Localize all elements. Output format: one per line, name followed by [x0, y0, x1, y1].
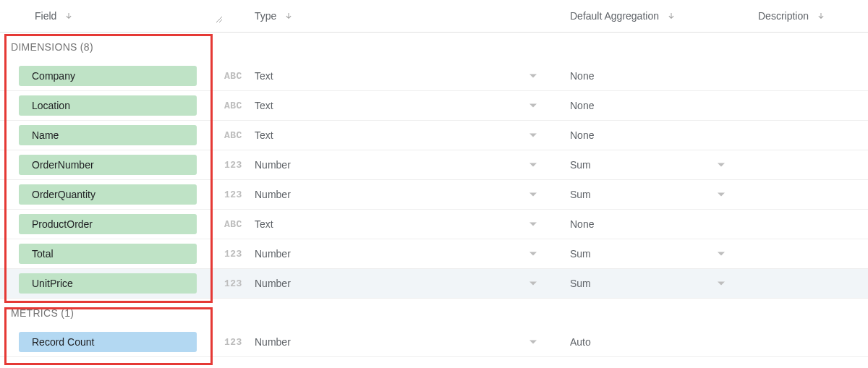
chevron-down-icon[interactable]: [529, 252, 537, 256]
aggregation-cell[interactable]: Sum: [557, 278, 745, 289]
table-row[interactable]: LocationABCTextNone: [0, 91, 868, 121]
resize-handle-icon[interactable]: [214, 14, 223, 23]
field-chip[interactable]: Name: [19, 125, 197, 145]
table-row[interactable]: Record Count123NumberAuto: [0, 328, 868, 357]
type-cell[interactable]: 123Number: [224, 248, 557, 260]
aggregation-cell: None: [557, 218, 745, 230]
group-header-dimensions: DIMENSIONS (8): [0, 33, 868, 61]
header-type[interactable]: Type: [224, 10, 557, 22]
field-cell: Location: [0, 95, 224, 116]
field-chip[interactable]: UnitPrice: [19, 273, 197, 294]
number-type-icon: 123: [224, 337, 255, 348]
chevron-down-icon[interactable]: [529, 134, 537, 137]
table-row[interactable]: OrderNumber123NumberSum: [0, 150, 868, 180]
aggregation-cell: None: [557, 129, 745, 141]
type-label: Text: [255, 218, 273, 230]
type-cell[interactable]: ABCText: [224, 100, 557, 111]
aggregation-cell: None: [557, 70, 745, 82]
chevron-down-icon[interactable]: [529, 163, 537, 167]
header-label-field: Field: [35, 10, 56, 22]
type-cell[interactable]: ABCText: [224, 70, 557, 82]
chevron-down-icon[interactable]: [529, 104, 537, 108]
type-cell[interactable]: ABCText: [224, 218, 557, 230]
header-label-type: Type: [255, 10, 276, 22]
number-type-icon: 123: [224, 160, 255, 171]
chevron-down-icon[interactable]: [529, 223, 537, 226]
header-label-desc: Description: [758, 10, 809, 22]
table-row[interactable]: ProductOrderABCTextNone: [0, 210, 868, 239]
aggregation-cell[interactable]: Sum: [557, 248, 745, 260]
chevron-down-icon[interactable]: [529, 193, 537, 197]
sort-arrow-icon[interactable]: [816, 11, 826, 21]
field-cell: ProductOrder: [0, 214, 224, 234]
group-label: METRICS (1): [11, 307, 74, 319]
header-field[interactable]: Field: [0, 10, 224, 22]
chevron-down-icon[interactable]: [529, 341, 537, 344]
aggregation-cell[interactable]: Sum: [557, 189, 745, 200]
aggregation-label: Auto: [570, 336, 591, 348]
number-type-icon: 123: [224, 278, 255, 289]
table-row[interactable]: UnitPrice123NumberSum: [0, 269, 868, 299]
sort-arrow-icon[interactable]: [666, 11, 676, 21]
field-chip[interactable]: Record Count: [19, 332, 197, 352]
aggregation-cell: Auto: [557, 336, 745, 348]
aggregation-label: Sum: [570, 278, 591, 289]
field-cell: Company: [0, 66, 224, 86]
aggregation-label: Sum: [570, 248, 591, 260]
sort-arrow-icon[interactable]: [64, 11, 74, 21]
type-label: Text: [255, 100, 273, 111]
type-cell[interactable]: 123Number: [224, 159, 557, 171]
type-label: Number: [255, 336, 291, 348]
type-cell[interactable]: 123Number: [224, 336, 557, 348]
chevron-down-icon[interactable]: [718, 163, 725, 167]
table-row[interactable]: NameABCTextNone: [0, 121, 868, 150]
text-type-icon: ABC: [224, 130, 255, 141]
chevron-down-icon[interactable]: [718, 282, 725, 286]
aggregation-label: None: [570, 100, 594, 111]
type-label: Number: [255, 189, 291, 200]
rows-container: DIMENSIONS (8) CompanyABCTextNoneLocatio…: [0, 33, 868, 357]
aggregation-label: None: [570, 129, 594, 141]
group-header-metrics: METRICS (1): [0, 299, 868, 328]
type-label: Number: [255, 278, 291, 289]
field-cell: Total: [0, 244, 224, 264]
field-chip[interactable]: Total: [19, 244, 197, 264]
type-cell[interactable]: ABCText: [224, 129, 557, 141]
table-header-row: Field Type Default Aggregation Descripti…: [0, 0, 868, 33]
type-cell[interactable]: 123Number: [224, 189, 557, 200]
text-type-icon: ABC: [224, 71, 255, 82]
field-cell: OrderQuantity: [0, 184, 224, 205]
aggregation-cell[interactable]: Sum: [557, 159, 745, 171]
field-cell: Record Count: [0, 332, 224, 352]
aggregation-label: None: [570, 70, 594, 82]
header-agg[interactable]: Default Aggregation: [557, 10, 745, 22]
field-cell: Name: [0, 125, 224, 145]
text-type-icon: ABC: [224, 219, 255, 230]
field-cell: OrderNumber: [0, 155, 224, 175]
chevron-down-icon[interactable]: [529, 74, 537, 78]
field-cell: UnitPrice: [0, 273, 224, 294]
aggregation-label: None: [570, 218, 594, 230]
type-cell[interactable]: 123Number: [224, 278, 557, 289]
table-row[interactable]: OrderQuantity123NumberSum: [0, 180, 868, 210]
table-row[interactable]: CompanyABCTextNone: [0, 61, 868, 91]
chevron-down-icon[interactable]: [718, 193, 725, 197]
header-desc[interactable]: Description: [745, 10, 868, 22]
type-label: Text: [255, 129, 273, 141]
header-label-agg: Default Aggregation: [570, 10, 659, 22]
number-type-icon: 123: [224, 249, 255, 260]
table-row[interactable]: Total123NumberSum: [0, 239, 868, 269]
number-type-icon: 123: [224, 189, 255, 200]
chevron-down-icon[interactable]: [718, 252, 725, 256]
field-chip[interactable]: ProductOrder: [19, 214, 197, 234]
aggregation-label: Sum: [570, 159, 591, 171]
type-label: Text: [255, 70, 273, 82]
field-chip[interactable]: OrderQuantity: [19, 184, 197, 205]
field-chip[interactable]: Location: [19, 95, 197, 116]
sort-arrow-icon[interactable]: [284, 11, 294, 21]
group-label: DIMENSIONS (8): [11, 41, 93, 53]
field-chip[interactable]: Company: [19, 66, 197, 86]
type-label: Number: [255, 159, 291, 171]
field-chip[interactable]: OrderNumber: [19, 155, 197, 175]
chevron-down-icon[interactable]: [529, 282, 537, 286]
